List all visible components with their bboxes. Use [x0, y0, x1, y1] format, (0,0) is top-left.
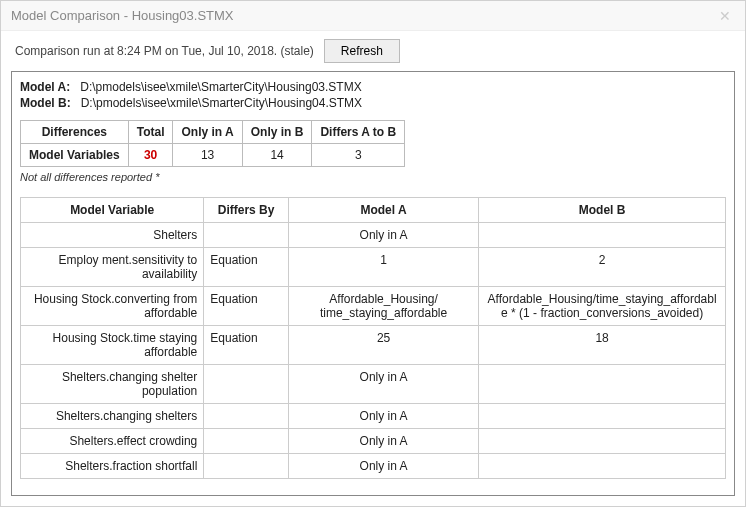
refresh-button[interactable]: Refresh [324, 39, 400, 63]
model-b-label: Model B: [20, 96, 71, 110]
table-row: Housing Stock.converting from affordable… [21, 287, 726, 326]
cell-model-a: Only in A [288, 365, 478, 404]
model-a-path: D:\pmodels\isee\xmile\SmarterCity\Housin… [80, 80, 361, 94]
model-a-label: Model A: [20, 80, 70, 94]
cell-model-a: Only in A [288, 429, 478, 454]
cell-differs-by: Equation [204, 287, 289, 326]
window: Model Comparison - Housing03.STMX ✕ Comp… [0, 0, 746, 507]
cell-model-a: Affordable_Housing/ time_staying_afforda… [288, 287, 478, 326]
cell-model-a: 25 [288, 326, 478, 365]
summary-data-row: Model Variables 30 13 14 3 [21, 144, 405, 167]
col-model-b: Model B [479, 198, 726, 223]
cell-variable: Housing Stock.time staying affordable [21, 326, 204, 365]
cell-variable: Shelters.effect crowding [21, 429, 204, 454]
col-variable: Model Variable [21, 198, 204, 223]
cell-differs-by [204, 223, 289, 248]
cell-model-b [479, 223, 726, 248]
status-bar: Comparison run at 8:24 PM on Tue, Jul 10… [1, 31, 745, 71]
summary-only-a: 13 [173, 144, 242, 167]
col-model-a: Model A [288, 198, 478, 223]
cell-differs-by [204, 365, 289, 404]
content-frame: Model A: D:\pmodels\isee\xmile\SmarterCi… [11, 71, 735, 496]
cell-variable: Housing Stock.converting from affordable [21, 287, 204, 326]
cell-model-b: 2 [479, 248, 726, 287]
col-total: Total [128, 121, 173, 144]
close-icon[interactable]: ✕ [705, 1, 745, 30]
detail-table: Model Variable Differs By Model A Model … [20, 197, 726, 479]
summary-total: 30 [128, 144, 173, 167]
cell-differs-by [204, 404, 289, 429]
cell-differs-by: Equation [204, 248, 289, 287]
table-row: Shelters.changing sheltersOnly in A [21, 404, 726, 429]
window-title: Model Comparison - Housing03.STMX [11, 8, 234, 23]
table-row: SheltersOnly in A [21, 223, 726, 248]
cell-differs-by: Equation [204, 326, 289, 365]
cell-variable: Shelters.fraction shortfall [21, 454, 204, 479]
table-row: Shelters.effect crowdingOnly in A [21, 429, 726, 454]
summary-differs: 3 [312, 144, 405, 167]
cell-variable: Shelters.changing shelter population [21, 365, 204, 404]
cell-variable: Employ ment.sensitivity to availability [21, 248, 204, 287]
footnote: Not all differences reported * [20, 171, 726, 183]
cell-model-b: 18 [479, 326, 726, 365]
model-paths: Model A: D:\pmodels\isee\xmile\SmarterCi… [20, 80, 726, 110]
cell-model-b [479, 429, 726, 454]
table-row: Housing Stock.time staying affordableEqu… [21, 326, 726, 365]
col-only-a: Only in A [173, 121, 242, 144]
run-status-text: Comparison run at 8:24 PM on Tue, Jul 10… [15, 44, 314, 58]
cell-differs-by [204, 429, 289, 454]
cell-model-b [479, 454, 726, 479]
cell-model-b [479, 365, 726, 404]
summary-table: Differences Total Only in A Only in B Di… [20, 120, 405, 167]
cell-model-a: 1 [288, 248, 478, 287]
col-only-b: Only in B [242, 121, 312, 144]
cell-variable: Shelters [21, 223, 204, 248]
summary-header-row: Differences Total Only in A Only in B Di… [21, 121, 405, 144]
table-row: Shelters.changing shelter populationOnly… [21, 365, 726, 404]
model-b-path: D:\pmodels\isee\xmile\SmarterCity\Housin… [81, 96, 362, 110]
cell-model-a: Only in A [288, 404, 478, 429]
summary-only-b: 14 [242, 144, 312, 167]
cell-model-a: Only in A [288, 223, 478, 248]
col-differs-by: Differs By [204, 198, 289, 223]
cell-variable: Shelters.changing shelters [21, 404, 204, 429]
cell-differs-by [204, 454, 289, 479]
cell-model-a: Only in A [288, 454, 478, 479]
cell-model-b: Affordable_Housing/time_staying_affordab… [479, 287, 726, 326]
table-row: Shelters.fraction shortfallOnly in A [21, 454, 726, 479]
content-scroll[interactable]: Model A: D:\pmodels\isee\xmile\SmarterCi… [12, 72, 734, 495]
col-differences: Differences [21, 121, 129, 144]
titlebar: Model Comparison - Housing03.STMX ✕ [1, 1, 745, 31]
detail-header-row: Model Variable Differs By Model A Model … [21, 198, 726, 223]
table-row: Employ ment.sensitivity to availabilityE… [21, 248, 726, 287]
summary-row-label: Model Variables [21, 144, 129, 167]
col-differs: Differs A to B [312, 121, 405, 144]
cell-model-b [479, 404, 726, 429]
